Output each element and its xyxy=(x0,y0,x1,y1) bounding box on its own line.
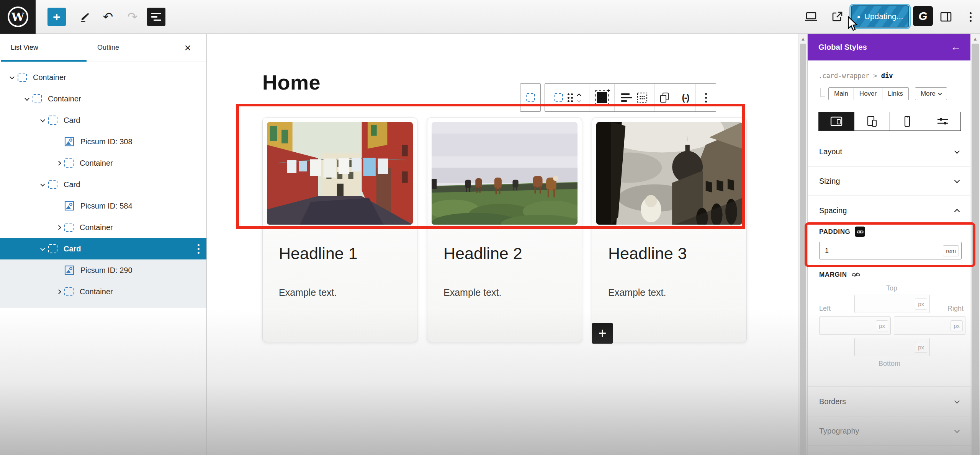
tree-item-container[interactable]: Container xyxy=(0,88,206,109)
duplicate-button[interactable] xyxy=(660,93,669,103)
block-appender-button[interactable]: + xyxy=(592,323,613,344)
tree-item-image[interactable]: Picsum ID: 584 xyxy=(0,195,206,217)
accordion-spacing[interactable]: Spacing xyxy=(808,196,970,225)
canvas-scrollbar[interactable]: ▲ xyxy=(798,34,807,455)
alignment-button[interactable] xyxy=(621,93,632,102)
back-arrow-button[interactable]: ← xyxy=(951,41,961,53)
card-image-horses[interactable] xyxy=(432,122,578,225)
close-list-view-button[interactable]: × xyxy=(184,42,191,54)
tree-item-card-selected[interactable]: Card xyxy=(0,238,206,259)
block-toolbar: (-) xyxy=(545,83,716,112)
image-block-icon xyxy=(64,201,74,211)
block-inserter-button[interactable]: + xyxy=(47,8,66,26)
move-down-button[interactable] xyxy=(577,98,581,102)
move-up-button[interactable] xyxy=(577,93,581,98)
tab-advanced-settings[interactable] xyxy=(925,112,960,130)
tree-connector xyxy=(820,88,825,97)
redo-button[interactable]: ↷ xyxy=(123,8,142,26)
margin-unit-top[interactable]: px xyxy=(915,298,927,310)
chevron-down-icon[interactable] xyxy=(40,117,45,122)
card-headline[interactable]: Headline 2 xyxy=(443,244,522,263)
update-button[interactable]: ● Updating... xyxy=(851,5,909,28)
undo-button[interactable]: ↶ xyxy=(99,8,117,26)
tree-item-card[interactable]: Card xyxy=(0,109,206,131)
tree-item-container[interactable]: Container xyxy=(0,67,206,88)
card-block-3[interactable]: Headline 3 Example text. xyxy=(592,117,747,342)
margin-left-input[interactable] xyxy=(820,322,876,329)
scroll-up-arrow-icon[interactable]: ▲ xyxy=(799,34,807,42)
margin-unit-left[interactable]: px xyxy=(876,320,888,331)
chevron-down-icon[interactable] xyxy=(40,181,45,186)
grid-settings-button[interactable] xyxy=(636,92,648,103)
card-block-1[interactable]: Headline 1 Example text. xyxy=(262,117,417,342)
options-menu-button[interactable] xyxy=(962,8,979,25)
accordion-layout[interactable]: Layout xyxy=(808,137,970,166)
page-title[interactable]: Home xyxy=(262,70,321,94)
scrollbar-thumb[interactable] xyxy=(800,44,806,455)
add-inner-container-button[interactable] xyxy=(597,92,607,103)
card-body-text[interactable]: Example text. xyxy=(443,287,501,298)
padding-unit-button[interactable]: rem xyxy=(943,245,959,256)
card-body-text[interactable]: Example text. xyxy=(279,287,337,298)
accordion-typography[interactable]: Typography xyxy=(808,416,970,445)
margin-unit-right[interactable]: px xyxy=(951,320,963,331)
drag-handle[interactable] xyxy=(568,93,573,102)
card-image-dark-building[interactable] xyxy=(596,122,742,225)
tree-item-container[interactable]: Container xyxy=(0,152,206,174)
accordion-borders[interactable]: Borders xyxy=(808,387,970,416)
block-options-button[interactable] xyxy=(705,93,707,103)
tree-item-container[interactable]: Container xyxy=(0,281,206,302)
tree-item-image[interactable]: Picsum ID: 290 xyxy=(0,259,206,281)
card-image-venice[interactable] xyxy=(267,122,413,225)
tab-list-view[interactable]: List View xyxy=(0,34,88,62)
margin-left-label: Left xyxy=(819,305,831,313)
chevron-down-icon[interactable] xyxy=(25,96,29,101)
scrollbar-thumb[interactable] xyxy=(972,44,979,455)
chevron-right-icon[interactable] xyxy=(56,225,61,230)
margin-right-input[interactable] xyxy=(894,322,951,329)
wordpress-logo-button[interactable]: W xyxy=(0,0,36,34)
padding-input-group: rem xyxy=(819,242,962,259)
preview-button[interactable] xyxy=(803,8,820,25)
container-block-icon[interactable] xyxy=(554,93,563,102)
chevron-right-icon[interactable] xyxy=(56,289,61,294)
margin-unit-bottom[interactable]: px xyxy=(915,342,927,353)
tab-tablet[interactable] xyxy=(854,112,890,130)
tree-item-image[interactable]: Picsum ID: 308 xyxy=(0,131,206,152)
settings-sidebar-toggle[interactable] xyxy=(937,8,954,25)
margin-top-input[interactable] xyxy=(855,300,915,308)
tab-desktop[interactable] xyxy=(819,112,854,130)
tree-item-container[interactable]: Container xyxy=(0,217,206,238)
list-view-toggle-button[interactable] xyxy=(147,8,165,26)
tab-mobile[interactable] xyxy=(890,112,926,130)
tree-item-card[interactable]: Card xyxy=(0,174,206,195)
card-block-2[interactable]: Headline 2 Example text. xyxy=(427,117,582,342)
chevron-down-icon[interactable] xyxy=(10,74,15,79)
edit-tool-button[interactable] xyxy=(75,8,93,26)
accordion-sizing[interactable]: Sizing xyxy=(808,166,970,196)
margin-top-label: Top xyxy=(886,284,897,292)
unlink-icon[interactable] xyxy=(852,272,860,278)
generateblocks-panel-button[interactable]: G xyxy=(913,6,933,26)
select-container-button[interactable] xyxy=(520,83,541,112)
padding-input[interactable] xyxy=(820,247,943,255)
view-site-button[interactable] xyxy=(829,8,846,25)
tab-links[interactable]: Links xyxy=(882,87,909,100)
margin-bottom-input[interactable] xyxy=(855,343,915,351)
dynamic-data-button[interactable]: (-) xyxy=(682,92,689,103)
chevron-down-icon[interactable] xyxy=(40,246,45,251)
tab-main[interactable]: Main xyxy=(828,87,854,100)
tab-hover[interactable]: Hover xyxy=(854,87,882,100)
row-options-button[interactable] xyxy=(198,244,200,254)
chevron-right-icon[interactable] xyxy=(56,161,61,166)
link-icon xyxy=(857,229,864,235)
card-headline[interactable]: Headline 1 xyxy=(279,244,358,263)
card-headline[interactable]: Headline 3 xyxy=(608,244,687,263)
panel-scrollbar[interactable]: ▲ xyxy=(970,34,980,455)
kebab-icon xyxy=(198,244,200,246)
linked-values-button[interactable] xyxy=(855,227,865,237)
scroll-up-arrow-icon[interactable]: ▲ xyxy=(970,34,980,42)
card-body-text[interactable]: Example text. xyxy=(608,287,666,298)
tab-outline[interactable]: Outline xyxy=(88,44,119,52)
more-states-button[interactable]: More xyxy=(915,87,947,100)
